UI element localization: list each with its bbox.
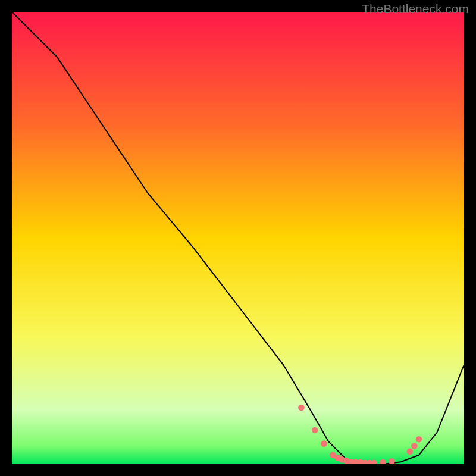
gradient-background — [12, 12, 464, 464]
plot-area — [12, 12, 464, 464]
svg-rect-0 — [12, 12, 464, 464]
watermark-text: TheBottleneck.com — [362, 2, 469, 16]
chart-container: TheBottleneck.com — [0, 0, 476, 476]
